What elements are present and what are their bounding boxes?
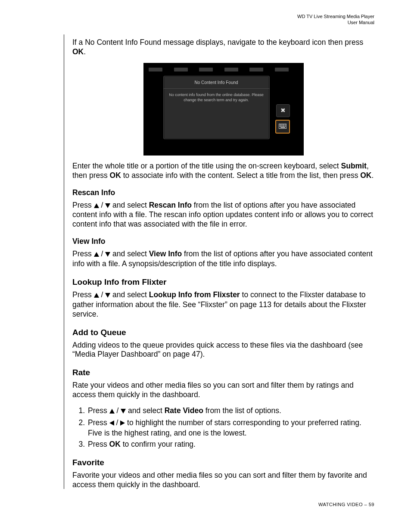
text: Press	[72, 290, 94, 299]
thumb-placeholder	[249, 68, 263, 72]
add-to-queue-heading: Add to Queue	[72, 328, 374, 337]
text: and select	[110, 201, 149, 209]
left-margin-rule	[64, 34, 64, 489]
up-arrow-icon	[94, 291, 99, 300]
view-info-label: View Info	[149, 249, 182, 258]
add-to-queue-paragraph: Adding videos to the queue provides quic…	[72, 341, 374, 360]
ok-label: OK	[110, 171, 121, 180]
rate-video-label: Rate Video	[165, 406, 203, 415]
ok-label: OK	[72, 47, 84, 56]
rate-step-2: Press / to highlight the number of stars…	[87, 418, 374, 438]
down-arrow-icon	[105, 291, 110, 300]
text: Press	[88, 418, 109, 427]
after-screenshot-paragraph: Enter the whole title or a portion of th…	[72, 162, 374, 180]
text: Enter the whole title or a portion of th…	[72, 162, 341, 170]
thumb-placeholder	[224, 68, 238, 72]
footer-separator: –	[363, 502, 369, 507]
lookup-flixter-heading: Lookup Info from Flixter	[72, 277, 374, 287]
thumb-placeholder	[174, 68, 188, 72]
text: .	[372, 171, 374, 180]
down-arrow-icon	[105, 201, 110, 211]
text: Press	[88, 406, 109, 415]
rescan-info-heading: Rescan Info	[72, 188, 374, 197]
screenshot-topstrip	[148, 65, 299, 72]
page-footer: WATCHING VIDEO – 59	[318, 502, 374, 507]
text: and select	[110, 249, 149, 258]
page-content: If a No Content Info Found message displ…	[72, 34, 374, 496]
thumb-placeholder	[275, 68, 289, 72]
lookup-flixster-label: Lookup Info from Flixster	[149, 290, 240, 299]
keyboard-button[interactable]	[275, 120, 290, 134]
text: to confirm your rating.	[121, 440, 196, 448]
right-arrow-icon	[120, 418, 125, 428]
rate-paragraph: Rate your videos and other media files s…	[72, 381, 374, 400]
submit-label: Submit	[341, 162, 367, 170]
ok-label: OK	[109, 440, 121, 448]
up-arrow-icon	[94, 250, 99, 259]
view-info-paragraph: Press / and select View Info from the li…	[72, 249, 374, 269]
text: and select	[126, 406, 165, 415]
view-info-heading: View Info	[72, 237, 374, 246]
dialog-title: No Content Info Found	[164, 76, 269, 89]
down-arrow-icon	[121, 406, 126, 416]
favorite-paragraph: Favorite your videos and other media fil…	[72, 471, 374, 490]
lookup-flixter-paragraph: Press / and select Lookup Info from Flix…	[72, 290, 374, 319]
thumb-placeholder	[199, 68, 213, 72]
up-arrow-icon	[94, 201, 99, 211]
device-screenshot: No Content Info Found No content info fo…	[143, 63, 304, 156]
intro-paragraph: If a No Content Info Found message displ…	[72, 38, 374, 57]
page-header: WD TV Live Streaming Media Player User M…	[297, 14, 374, 26]
dialog-body: No content info found from the online da…	[164, 89, 269, 106]
thumb-placeholder	[149, 68, 162, 72]
close-icon: ✖	[280, 107, 286, 114]
rate-steps: Press / and select Rate Video from the l…	[72, 406, 374, 449]
text: to associate info with the content. Sele…	[121, 171, 360, 180]
header-line1: WD TV Live Streaming Media Player	[297, 14, 374, 20]
page-number: 59	[369, 502, 374, 507]
text: to highlight the number of stars corresp…	[88, 418, 361, 437]
text: from the list of options.	[203, 406, 281, 415]
keyboard-icon	[279, 124, 286, 129]
down-arrow-icon	[105, 250, 110, 259]
text: and select	[110, 290, 149, 299]
rate-step-3: Press OK to confirm your rating.	[87, 439, 374, 449]
dialog-box: No Content Info Found No content info fo…	[163, 76, 270, 139]
rate-step-1: Press / and select Rate Video from the l…	[87, 406, 374, 416]
text: If a No Content Info Found message displ…	[72, 38, 363, 47]
favorite-heading: Favorite	[72, 458, 374, 467]
footer-section-label: WATCHING VIDEO	[318, 502, 363, 507]
screenshot-figure: No Content Info Found No content info fo…	[72, 63, 374, 157]
close-button[interactable]: ✖	[276, 104, 290, 117]
rate-heading: Rate	[72, 368, 374, 377]
text: Press	[72, 249, 94, 258]
text: .	[84, 47, 86, 56]
rescan-info-paragraph: Press / and select Rescan Info from the …	[72, 201, 374, 230]
up-arrow-icon	[109, 406, 115, 416]
header-line2: User Manual	[297, 20, 374, 26]
text: Press	[72, 201, 94, 209]
left-arrow-icon	[109, 418, 114, 428]
ok-label: OK	[360, 171, 371, 180]
rescan-info-label: Rescan Info	[149, 201, 192, 209]
text: Press	[88, 440, 109, 448]
